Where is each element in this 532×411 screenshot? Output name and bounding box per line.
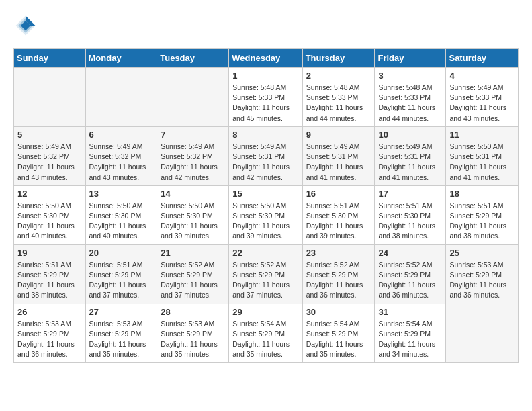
calendar-cell bbox=[446, 304, 519, 363]
calendar-week-row: 1Sunrise: 5:48 AM Sunset: 5:33 PM Daylig… bbox=[14, 68, 519, 127]
calendar-cell: 12Sunrise: 5:50 AM Sunset: 5:30 PM Dayli… bbox=[14, 185, 86, 244]
cell-info: Sunrise: 5:48 AM Sunset: 5:33 PM Dayligh… bbox=[306, 83, 371, 124]
cell-info: Sunrise: 5:53 AM Sunset: 5:29 PM Dayligh… bbox=[17, 319, 82, 360]
day-number: 24 bbox=[378, 248, 442, 258]
day-number: 16 bbox=[306, 189, 371, 199]
calendar-cell: 3Sunrise: 5:48 AM Sunset: 5:33 PM Daylig… bbox=[375, 68, 446, 127]
day-header-friday: Friday bbox=[375, 49, 446, 68]
calendar-cell: 30Sunrise: 5:54 AM Sunset: 5:29 PM Dayli… bbox=[302, 304, 375, 363]
day-number: 2 bbox=[306, 71, 371, 81]
cell-info: Sunrise: 5:49 AM Sunset: 5:32 PM Dayligh… bbox=[17, 142, 82, 183]
day-number: 13 bbox=[89, 189, 154, 199]
cell-info: Sunrise: 5:51 AM Sunset: 5:29 PM Dayligh… bbox=[449, 201, 515, 242]
calendar-cell: 24Sunrise: 5:52 AM Sunset: 5:29 PM Dayli… bbox=[375, 244, 446, 304]
calendar-week-row: 26Sunrise: 5:53 AM Sunset: 5:29 PM Dayli… bbox=[14, 304, 519, 363]
page-header bbox=[13, 13, 519, 38]
calendar-week-row: 19Sunrise: 5:51 AM Sunset: 5:29 PM Dayli… bbox=[14, 244, 519, 304]
calendar-cell bbox=[14, 68, 86, 127]
cell-info: Sunrise: 5:50 AM Sunset: 5:30 PM Dayligh… bbox=[89, 201, 154, 242]
calendar-cell: 9Sunrise: 5:49 AM Sunset: 5:31 PM Daylig… bbox=[302, 126, 375, 185]
cell-info: Sunrise: 5:49 AM Sunset: 5:31 PM Dayligh… bbox=[306, 142, 371, 183]
day-number: 19 bbox=[17, 248, 82, 258]
day-number: 22 bbox=[232, 248, 298, 258]
calendar-table: SundayMondayTuesdayWednesdayThursdayFrid… bbox=[13, 48, 519, 363]
calendar-cell: 1Sunrise: 5:48 AM Sunset: 5:33 PM Daylig… bbox=[229, 68, 302, 127]
day-number: 29 bbox=[232, 307, 298, 317]
cell-info: Sunrise: 5:49 AM Sunset: 5:31 PM Dayligh… bbox=[378, 142, 442, 183]
day-header-saturday: Saturday bbox=[446, 49, 519, 68]
calendar-cell: 16Sunrise: 5:51 AM Sunset: 5:30 PM Dayli… bbox=[302, 185, 375, 244]
day-number: 25 bbox=[449, 248, 515, 258]
day-number: 15 bbox=[232, 189, 298, 199]
calendar-cell: 15Sunrise: 5:50 AM Sunset: 5:30 PM Dayli… bbox=[229, 185, 302, 244]
calendar-cell: 25Sunrise: 5:53 AM Sunset: 5:29 PM Dayli… bbox=[446, 244, 519, 304]
cell-info: Sunrise: 5:49 AM Sunset: 5:32 PM Dayligh… bbox=[89, 142, 154, 183]
day-header-sunday: Sunday bbox=[14, 49, 86, 68]
calendar-cell: 5Sunrise: 5:49 AM Sunset: 5:32 PM Daylig… bbox=[14, 126, 86, 185]
day-number: 5 bbox=[17, 130, 82, 140]
calendar-cell: 8Sunrise: 5:49 AM Sunset: 5:31 PM Daylig… bbox=[229, 126, 302, 185]
calendar-cell: 28Sunrise: 5:53 AM Sunset: 5:29 PM Dayli… bbox=[157, 304, 229, 363]
day-number: 20 bbox=[89, 248, 154, 258]
cell-info: Sunrise: 5:50 AM Sunset: 5:31 PM Dayligh… bbox=[449, 142, 515, 183]
calendar-cell: 18Sunrise: 5:51 AM Sunset: 5:29 PM Dayli… bbox=[446, 185, 519, 244]
day-header-monday: Monday bbox=[85, 49, 157, 68]
cell-info: Sunrise: 5:53 AM Sunset: 5:29 PM Dayligh… bbox=[89, 319, 154, 360]
cell-info: Sunrise: 5:48 AM Sunset: 5:33 PM Dayligh… bbox=[232, 83, 298, 124]
calendar-cell: 4Sunrise: 5:49 AM Sunset: 5:33 PM Daylig… bbox=[446, 68, 519, 127]
day-number: 3 bbox=[378, 71, 442, 81]
day-number: 30 bbox=[306, 307, 371, 317]
calendar-cell: 31Sunrise: 5:54 AM Sunset: 5:29 PM Dayli… bbox=[375, 304, 446, 363]
day-number: 11 bbox=[449, 130, 515, 140]
logo bbox=[13, 13, 42, 38]
day-header-wednesday: Wednesday bbox=[229, 49, 302, 68]
day-number: 31 bbox=[378, 307, 442, 317]
calendar-cell: 7Sunrise: 5:49 AM Sunset: 5:32 PM Daylig… bbox=[157, 126, 229, 185]
cell-info: Sunrise: 5:52 AM Sunset: 5:29 PM Dayligh… bbox=[161, 260, 225, 301]
cell-info: Sunrise: 5:51 AM Sunset: 5:30 PM Dayligh… bbox=[378, 201, 442, 242]
calendar-cell: 11Sunrise: 5:50 AM Sunset: 5:31 PM Dayli… bbox=[446, 126, 519, 185]
cell-info: Sunrise: 5:52 AM Sunset: 5:29 PM Dayligh… bbox=[378, 260, 442, 301]
day-header-tuesday: Tuesday bbox=[157, 49, 229, 68]
cell-info: Sunrise: 5:50 AM Sunset: 5:30 PM Dayligh… bbox=[232, 201, 298, 242]
calendar-cell: 2Sunrise: 5:48 AM Sunset: 5:33 PM Daylig… bbox=[302, 68, 375, 127]
cell-info: Sunrise: 5:50 AM Sunset: 5:30 PM Dayligh… bbox=[161, 201, 225, 242]
calendar-cell bbox=[85, 68, 157, 127]
day-number: 9 bbox=[306, 130, 371, 140]
day-number: 17 bbox=[378, 189, 442, 199]
cell-info: Sunrise: 5:49 AM Sunset: 5:32 PM Dayligh… bbox=[161, 142, 225, 183]
calendar-cell: 17Sunrise: 5:51 AM Sunset: 5:30 PM Dayli… bbox=[375, 185, 446, 244]
day-number: 12 bbox=[17, 189, 82, 199]
cell-info: Sunrise: 5:48 AM Sunset: 5:33 PM Dayligh… bbox=[378, 83, 442, 124]
day-number: 21 bbox=[161, 248, 225, 258]
calendar-cell: 19Sunrise: 5:51 AM Sunset: 5:29 PM Dayli… bbox=[14, 244, 86, 304]
cell-info: Sunrise: 5:52 AM Sunset: 5:29 PM Dayligh… bbox=[232, 260, 298, 301]
calendar-cell: 26Sunrise: 5:53 AM Sunset: 5:29 PM Dayli… bbox=[14, 304, 86, 363]
calendar-cell: 21Sunrise: 5:52 AM Sunset: 5:29 PM Dayli… bbox=[157, 244, 229, 304]
calendar-cell: 29Sunrise: 5:54 AM Sunset: 5:29 PM Dayli… bbox=[229, 304, 302, 363]
day-number: 7 bbox=[161, 130, 225, 140]
cell-info: Sunrise: 5:53 AM Sunset: 5:29 PM Dayligh… bbox=[161, 319, 225, 360]
calendar-header-row: SundayMondayTuesdayWednesdayThursdayFrid… bbox=[14, 49, 519, 68]
day-number: 27 bbox=[89, 307, 154, 317]
cell-info: Sunrise: 5:49 AM Sunset: 5:33 PM Dayligh… bbox=[449, 83, 515, 124]
calendar-week-row: 5Sunrise: 5:49 AM Sunset: 5:32 PM Daylig… bbox=[14, 126, 519, 185]
cell-info: Sunrise: 5:54 AM Sunset: 5:29 PM Dayligh… bbox=[306, 319, 371, 360]
day-number: 6 bbox=[89, 130, 154, 140]
day-number: 4 bbox=[449, 71, 515, 81]
cell-info: Sunrise: 5:51 AM Sunset: 5:30 PM Dayligh… bbox=[306, 201, 371, 242]
cell-info: Sunrise: 5:54 AM Sunset: 5:29 PM Dayligh… bbox=[378, 319, 442, 360]
cell-info: Sunrise: 5:51 AM Sunset: 5:29 PM Dayligh… bbox=[89, 260, 154, 301]
day-number: 10 bbox=[378, 130, 442, 140]
cell-info: Sunrise: 5:49 AM Sunset: 5:31 PM Dayligh… bbox=[232, 142, 298, 183]
day-number: 14 bbox=[161, 189, 225, 199]
day-header-thursday: Thursday bbox=[302, 49, 375, 68]
calendar-cell: 23Sunrise: 5:52 AM Sunset: 5:29 PM Dayli… bbox=[302, 244, 375, 304]
calendar-cell: 27Sunrise: 5:53 AM Sunset: 5:29 PM Dayli… bbox=[85, 304, 157, 363]
cell-info: Sunrise: 5:54 AM Sunset: 5:29 PM Dayligh… bbox=[232, 319, 298, 360]
calendar-week-row: 12Sunrise: 5:50 AM Sunset: 5:30 PM Dayli… bbox=[14, 185, 519, 244]
cell-info: Sunrise: 5:51 AM Sunset: 5:29 PM Dayligh… bbox=[17, 260, 82, 301]
calendar-cell: 6Sunrise: 5:49 AM Sunset: 5:32 PM Daylig… bbox=[85, 126, 157, 185]
cell-info: Sunrise: 5:52 AM Sunset: 5:29 PM Dayligh… bbox=[306, 260, 371, 301]
cell-info: Sunrise: 5:50 AM Sunset: 5:30 PM Dayligh… bbox=[17, 201, 82, 242]
